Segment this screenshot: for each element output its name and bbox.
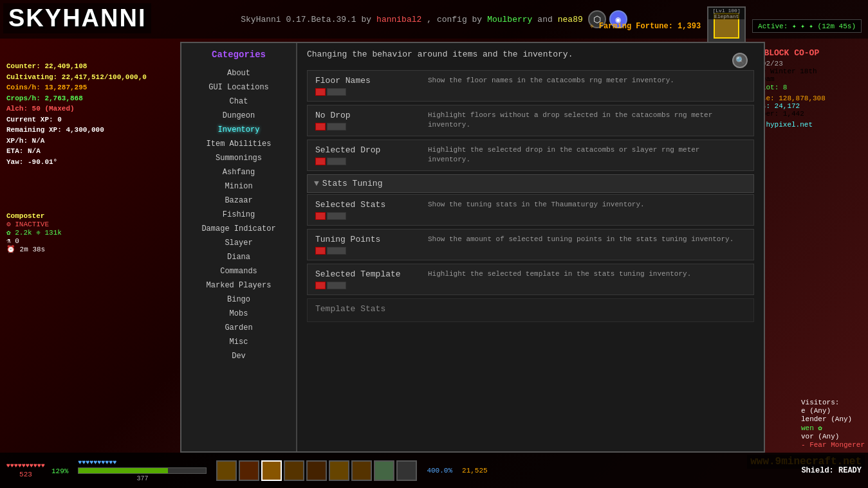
sidebar-item-gui-locations[interactable]: GUI Locations	[181, 80, 296, 95]
sidebar-item-dev[interactable]: Dev	[181, 349, 296, 363]
sidebar-item-damage-indicator[interactable]: Damage Indicator	[181, 222, 296, 236]
hud-alch: Alch: 50 (Maxed)	[6, 104, 147, 114]
toggle-bar-6[interactable]	[315, 282, 346, 289]
toggle-red-block-6	[315, 282, 326, 289]
hotbar	[216, 460, 417, 481]
sidebar-item-marked-players[interactable]: Marked Players	[181, 278, 296, 293]
version-text: SkyHanni 0.17.Beta.39.1 by	[241, 15, 371, 24]
hotbar-slot-3[interactable]	[261, 460, 282, 481]
sidebar-item-bingo[interactable]: Bingo	[181, 293, 296, 307]
feature-no-drop-toggle[interactable]	[315, 123, 418, 131]
coins-display: 21,525	[462, 467, 488, 474]
toggle-red-block-4	[315, 212, 326, 220]
toggle-bar[interactable]	[315, 88, 346, 96]
xp-hearts: ♥♥♥♥♥♥♥♥♥♥	[78, 459, 207, 466]
feature-no-drop-left: No Drop	[315, 111, 418, 131]
avatar-box: [Lvl 100] Elephant	[707, 6, 746, 45]
hud-xph: XP/h: N/A	[6, 136, 147, 147]
rs-season: Late Winter 18th	[749, 68, 865, 75]
rs-website: www.hypixel.net	[749, 121, 865, 129]
author2-text: Moulberry	[487, 15, 532, 24]
sidebar-item-ashfang[interactable]: Ashfang	[181, 165, 296, 179]
hp-display: 523	[19, 471, 32, 478]
search-button[interactable]: 🔍	[732, 53, 748, 68]
sidebar-item-bazaar[interactable]: Bazaar	[181, 194, 296, 208]
categories-panel: Categories About GUI Locations Chat Dung…	[181, 43, 297, 451]
hud-currentxp: Current XP: 0	[6, 114, 147, 125]
feature-selected-template-toggle[interactable]	[315, 282, 418, 289]
sidebar-item-chat[interactable]: Chat	[181, 95, 296, 109]
author3-text: nea89	[558, 15, 583, 24]
sidebar-item-diana[interactable]: Diana	[181, 250, 296, 264]
hotbar-slot-4[interactable]	[284, 460, 304, 481]
feature-floor-names-left: Floor Names	[315, 76, 418, 96]
toggle-gray-block-3	[327, 158, 346, 165]
feature-selected-template-desc: Highlight the selected template in the s…	[428, 269, 746, 279]
toggle-bar-3[interactable]	[315, 158, 346, 165]
composter-line1: ✿ 2.2k ❈ 131k	[6, 228, 62, 237]
sidebar-item-summonings[interactable]: Summonings	[181, 151, 296, 165]
feature-selected-template: Selected Template Highlight the selected…	[307, 264, 754, 295]
config-by-text: , config by	[427, 15, 482, 24]
composter-title: Composter	[6, 212, 62, 220]
feature-selected-stats-toggle[interactable]	[315, 212, 418, 220]
sidebar-item-inventory[interactable]: Inventory	[181, 123, 296, 137]
feature-tuning-points-desc: Show the amount of selected tuning point…	[428, 235, 746, 244]
hotbar-slot-6[interactable]	[329, 460, 349, 481]
bottom-stats: 400.0% 21,525	[427, 467, 487, 474]
sidebar-item-item-abilities[interactable]: Item Abilities	[181, 137, 296, 151]
composter-line2: ⚗ 0	[6, 237, 62, 245]
hotbar-slot-2[interactable]	[239, 460, 259, 481]
sidebar-item-dungeon[interactable]: Dungeon	[181, 109, 296, 123]
sidebar-item-fishing[interactable]: Fishing	[181, 208, 296, 222]
shield-ready: Shield: READY	[801, 466, 862, 475]
avatar-label: [Lvl 100] Elephant	[708, 8, 744, 19]
visitor-1: e (Any)	[801, 407, 865, 415]
toggle-red-block-3	[315, 158, 326, 165]
toggle-bar-5[interactable]	[315, 247, 346, 255]
feature-selected-drop-left: Selected Drop	[315, 145, 418, 165]
visitors-title: Visitors:	[801, 399, 865, 406]
feature-selected-drop: Selected Drop Highlight the selected dro…	[307, 140, 754, 171]
hotbar-slot-9[interactable]	[396, 460, 417, 481]
rs-time: 8:30am	[749, 75, 865, 83]
visitor-2: lender (Any)	[801, 415, 865, 423]
feature-tuning-points-toggle[interactable]	[315, 247, 418, 255]
sidebar-item-slayer[interactable]: Slayer	[181, 236, 296, 250]
rs-title: SKYBLOCK CO-OP	[749, 48, 865, 58]
feature-selected-drop-label: Selected Drop	[315, 145, 418, 155]
sidebar-item-garden[interactable]: Garden	[181, 321, 296, 335]
hotbar-slot-1[interactable]	[216, 460, 237, 481]
sidebar-item-commands[interactable]: Commands	[181, 264, 296, 278]
toggle-red-block-2	[315, 123, 326, 131]
hotbar-slot-5[interactable]	[306, 460, 327, 481]
visitor-5: - Fear Mongerer	[801, 441, 865, 449]
composter-status: ⚙ INACTIVE	[6, 220, 62, 228]
sidebar-item-minion[interactable]: Minion	[181, 179, 296, 194]
sidebar-item-misc[interactable]: Misc	[181, 335, 296, 349]
stats-tuning-header[interactable]: ▼ Stats Tuning	[307, 174, 754, 193]
farming-fortune: ✧ Farming Fortune: 1,393	[589, 21, 701, 31]
hud-yaw: Yaw: -90.01°	[6, 157, 147, 168]
feature-selected-drop-toggle[interactable]	[315, 158, 418, 165]
feature-no-drop: No Drop Highlight floors without a drop …	[307, 105, 754, 136]
feature-floor-names-label: Floor Names	[315, 76, 418, 86]
hotbar-slot-8[interactable]	[374, 460, 394, 481]
section-arrow: ▼	[314, 179, 319, 188]
xp-bar	[78, 467, 207, 474]
and-text: and	[537, 15, 552, 24]
hearts-row: ♥♥♥♥♥♥♥♥♥♥	[6, 462, 45, 469]
feature-template-stats-left: Template Stats	[315, 304, 418, 316]
sidebar-item-mobs[interactable]: Mobs	[181, 307, 296, 321]
feature-tuning-points-left: Tuning Points	[315, 235, 418, 255]
rs-copper: Copper: 1,442	[749, 110, 865, 118]
sidebar-item-about[interactable]: About	[181, 66, 296, 80]
feature-selected-stats-left: Selected Stats	[315, 200, 418, 220]
hud-eta: ETA: N/A	[6, 146, 147, 157]
hotbar-slot-7[interactable]	[351, 460, 372, 481]
hp-percent: 129%	[51, 465, 68, 476]
toggle-bar-4[interactable]	[315, 212, 346, 220]
feature-floor-names-toggle[interactable]	[315, 88, 418, 96]
toggle-bar-2[interactable]	[315, 123, 346, 131]
active-bar: Active: ✦ ✦ ✦ (12m 45s)	[752, 19, 862, 33]
